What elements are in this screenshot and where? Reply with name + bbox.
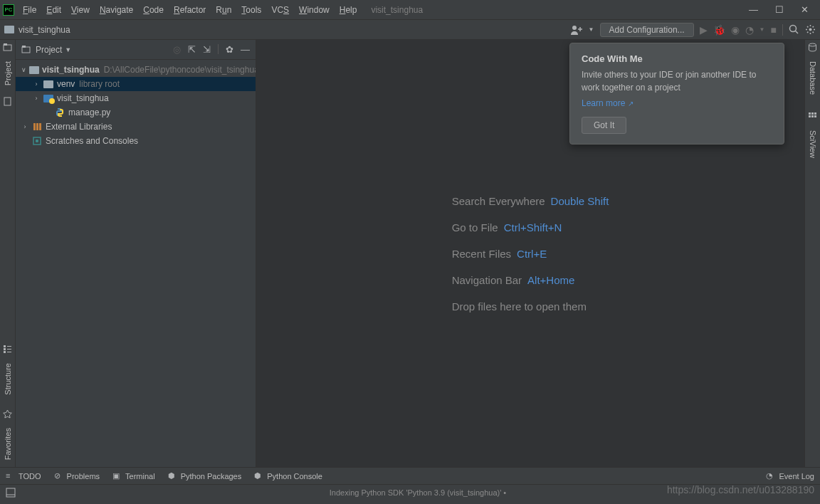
profile-icon[interactable]: ◔	[745, 24, 754, 36]
code-with-me-popup: Code With Me Invite others to your IDE o…	[569, 43, 784, 145]
svg-rect-6	[4, 98, 11, 105]
svg-rect-15	[33, 123, 36, 130]
menu-window[interactable]: Window	[299, 5, 330, 15]
expand-all-icon[interactable]: ⇱	[188, 44, 196, 55]
sciview-tab-icon[interactable]	[808, 112, 818, 122]
favorites-tab[interactable]: Favorites	[2, 424, 14, 464]
stop-icon[interactable]: ■	[771, 24, 777, 36]
tree-item-subfolder[interactable]: › visit_tsinghua	[16, 91, 256, 105]
expand-arrow-icon[interactable]: ›	[33, 80, 40, 88]
dropdown-icon[interactable]: ▼	[589, 26, 594, 33]
svg-line-2	[796, 31, 799, 34]
tree-item-external[interactable]: › External Libraries	[16, 120, 256, 134]
project-tool-window: Project ▼ ◎ ⇱ ⇲ ✿ — ∨ visit_tsinghua D:\…	[16, 40, 256, 467]
locate-icon[interactable]: ◎	[173, 44, 181, 55]
tree-item-scratches[interactable]: Scratches and Consoles	[16, 134, 256, 148]
packages-tab[interactable]: ⬢Python Packages	[168, 471, 242, 481]
right-tool-gutter: Database SciView	[804, 40, 820, 467]
run-icon[interactable]: ▶	[700, 24, 708, 36]
tree-label: Scratches and Consoles	[46, 136, 138, 146]
tree-root[interactable]: ∨ visit_tsinghua D:\AllCodeFile\pythonco…	[16, 63, 256, 77]
popup-learn-more-link[interactable]: Learn more ↗	[582, 98, 634, 108]
search-icon[interactable]	[789, 24, 799, 35]
settings-icon[interactable]: ✿	[226, 44, 233, 55]
svg-rect-24	[809, 115, 811, 117]
svg-rect-17	[39, 123, 41, 130]
popup-title: Code With Me	[582, 53, 772, 64]
tree-label: manage.py	[68, 107, 110, 117]
svg-rect-9	[4, 351, 6, 353]
console-tab[interactable]: ⬢Python Console	[254, 471, 322, 481]
project-tab[interactable]: Project	[2, 57, 14, 90]
structure-tab[interactable]: Structure	[2, 359, 14, 399]
project-tab-icon[interactable]	[3, 43, 13, 53]
separator	[218, 44, 219, 54]
library-icon	[31, 122, 43, 132]
menu-tools[interactable]: Tools	[241, 5, 261, 15]
svg-rect-22	[811, 112, 814, 115]
maximize-button[interactable]: ☐	[775, 4, 784, 15]
todo-tab[interactable]: ≡TODO	[6, 471, 41, 481]
structure-tab-icon[interactable]	[3, 345, 13, 355]
dropdown-icon[interactable]: ▼	[65, 46, 71, 53]
menu-navigate[interactable]: Navigate	[100, 5, 133, 15]
tree-hint: library root	[79, 79, 120, 89]
hint-navbar: Navigation BarAlt+Home	[452, 274, 609, 286]
bookmark-tab-icon[interactable]	[3, 97, 13, 107]
coverage-icon[interactable]: ◉	[731, 24, 740, 36]
drop-hint: Drop files here to open them	[452, 300, 609, 313]
scratch-icon	[31, 137, 43, 146]
python-folder-icon	[43, 94, 54, 103]
watermark: https://blog.csdn.net/u013288190	[667, 484, 814, 495]
svg-point-3	[809, 28, 812, 31]
expand-arrow-icon[interactable]: ›	[21, 123, 28, 130]
tool-windows-icon[interactable]	[6, 488, 16, 498]
collapse-all-icon[interactable]: ⇲	[203, 44, 211, 55]
hint-gotofile: Go to FileCtrl+Shift+N	[452, 221, 609, 233]
svg-rect-8	[4, 348, 6, 350]
svg-rect-14	[22, 46, 26, 48]
window-title: visit_tsinghua	[371, 5, 423, 15]
editor-empty-state[interactable]: Search EverywhereDouble Shift Go to File…	[256, 40, 804, 467]
expand-arrow-icon[interactable]: ›	[33, 95, 40, 102]
close-button[interactable]: ✕	[801, 4, 809, 15]
add-configuration-button[interactable]: Add Configuration...	[600, 23, 694, 37]
console-icon: ⬢	[254, 471, 263, 481]
hint-search: Search EverywhereDouble Shift	[452, 195, 609, 207]
hide-icon[interactable]: —	[241, 44, 250, 55]
project-folder-icon	[29, 65, 39, 75]
menu-help[interactable]: Help	[340, 5, 357, 15]
terminal-icon: ▣	[112, 471, 122, 481]
settings-icon[interactable]	[805, 24, 816, 35]
database-tab-icon[interactable]	[808, 43, 818, 53]
expand-arrow-icon[interactable]: ∨	[21, 66, 26, 73]
menu-refactor[interactable]: Refactor	[174, 5, 206, 15]
minimize-button[interactable]: —	[749, 4, 758, 15]
hint-recent: Recent FilesCtrl+E	[452, 248, 609, 260]
menu-vcs[interactable]: VCS	[271, 5, 289, 15]
svg-rect-23	[814, 112, 816, 115]
project-view-title[interactable]: Project	[36, 45, 62, 55]
code-with-me-icon[interactable]	[570, 23, 583, 36]
problems-tab[interactable]: ⊘Problems	[54, 471, 100, 481]
svg-rect-13	[22, 47, 30, 53]
menu-file[interactable]: File	[23, 5, 36, 15]
menu-code[interactable]: Code	[143, 5, 164, 15]
project-tree: ∨ visit_tsinghua D:\AllCodeFile\pythonco…	[16, 60, 256, 151]
tree-item-file[interactable]: manage.py	[16, 105, 256, 120]
tree-item-venv[interactable]: › venv library root	[16, 77, 256, 91]
terminal-tab[interactable]: ▣Terminal	[112, 471, 155, 481]
svg-point-0	[572, 26, 577, 30]
popup-got-it-button[interactable]: Got It	[582, 117, 626, 134]
event-log-tab[interactable]: ◔Event Log	[766, 471, 814, 481]
project-header: Project ▼ ◎ ⇱ ⇲ ✿ —	[16, 40, 256, 60]
debug-icon[interactable]: 🐞	[713, 24, 725, 36]
more-icon[interactable]: ▼	[759, 26, 765, 33]
menu-run[interactable]: Run	[216, 5, 231, 15]
breadcrumb[interactable]: visit_tsinghua	[19, 25, 70, 35]
database-tab[interactable]: Database	[807, 57, 819, 99]
menu-edit[interactable]: Edit	[46, 5, 61, 15]
menu-view[interactable]: View	[71, 5, 90, 15]
sciview-tab[interactable]: SciView	[807, 126, 819, 162]
favorites-tab-icon[interactable]	[3, 409, 13, 419]
